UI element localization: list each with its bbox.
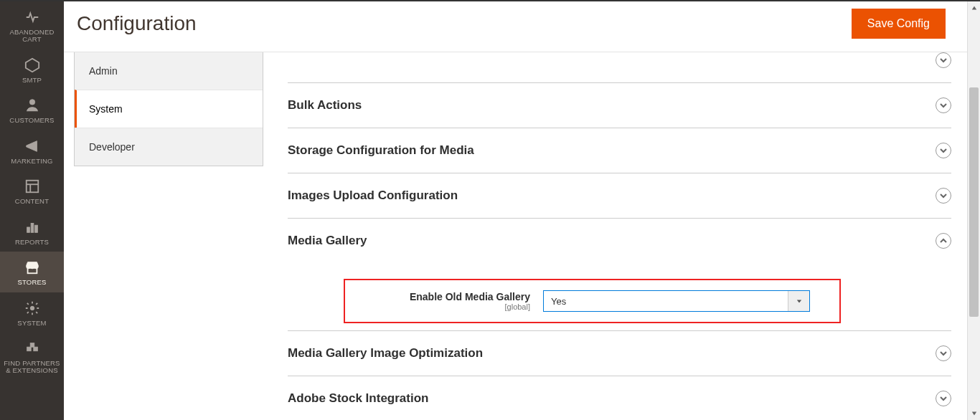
config-tabs: Admin System Developer bbox=[64, 52, 263, 420]
svg-point-1 bbox=[29, 100, 34, 105]
svg-rect-5 bbox=[27, 227, 29, 232]
sidebar-item-system[interactable]: SYSTEM bbox=[0, 292, 64, 333]
sidebar-item-content[interactable]: CONTENT bbox=[0, 171, 64, 211]
main-area: Configuration Save Config Admin System D… bbox=[64, 1, 967, 420]
sidebar-item-reports[interactable]: REPORTS bbox=[0, 211, 64, 252]
sidebar-item-marketing[interactable]: MARKETING bbox=[0, 130, 64, 171]
page-header: Configuration Save Config bbox=[64, 1, 967, 52]
scroll-up-button[interactable] bbox=[968, 1, 980, 14]
svg-rect-2 bbox=[26, 181, 38, 193]
sidebar-label: FIND PARTNERS & EXTENSIONS bbox=[3, 360, 61, 375]
sidebar-label: SYSTEM bbox=[17, 320, 46, 327]
section-media-optimization[interactable]: Media Gallery Image Optimization bbox=[288, 331, 951, 376]
sidebar-label: REPORTS bbox=[15, 239, 49, 246]
vertical-scrollbar[interactable] bbox=[967, 1, 980, 420]
section-media-gallery-body: Enable Old Media Gallery [global] Yes bbox=[288, 263, 951, 330]
section-title: Media Gallery bbox=[288, 234, 367, 248]
chevron-down-icon[interactable] bbox=[936, 52, 951, 68]
field-label: Enable Old Media Gallery bbox=[352, 291, 530, 302]
stores-icon bbox=[24, 259, 41, 276]
tab-admin[interactable]: Admin bbox=[75, 52, 263, 90]
sidebar-item-customers[interactable]: CUSTOMERS bbox=[0, 90, 64, 130]
enable-old-media-gallery-select[interactable]: Yes bbox=[543, 290, 810, 312]
chevron-down-icon bbox=[936, 391, 951, 406]
reports-icon bbox=[24, 219, 41, 236]
chevron-up-icon bbox=[936, 233, 951, 249]
sidebar-item-abandoned-cart[interactable]: ABANDONED CART bbox=[0, 1, 64, 49]
section-title: Media Gallery Image Optimization bbox=[288, 346, 483, 361]
svg-marker-14 bbox=[971, 6, 976, 10]
sidebar-label: ABANDONED CART bbox=[3, 29, 61, 44]
field-scope: [global] bbox=[352, 302, 530, 311]
sidebar-label: MARKETING bbox=[11, 158, 52, 165]
page-title: Configuration bbox=[77, 12, 197, 35]
tab-developer[interactable]: Developer bbox=[75, 128, 263, 166]
section-title: Adobe Stock Integration bbox=[288, 391, 428, 406]
smtp-icon bbox=[24, 57, 41, 74]
sidebar-item-smtp[interactable]: SMTP bbox=[0, 49, 64, 90]
marketing-icon bbox=[24, 138, 41, 155]
scrollbar-thumb[interactable] bbox=[969, 87, 979, 317]
section-storage-media[interactable]: Storage Configuration for Media bbox=[288, 128, 951, 173]
abandoned-cart-icon bbox=[24, 9, 41, 26]
svg-point-9 bbox=[30, 306, 34, 310]
scroll-down-button[interactable] bbox=[968, 407, 980, 420]
sidebar-label: CONTENT bbox=[15, 198, 49, 205]
section-title: Bulk Actions bbox=[288, 98, 362, 113]
svg-rect-10 bbox=[27, 347, 31, 351]
svg-rect-12 bbox=[30, 343, 34, 348]
chevron-down-icon bbox=[936, 143, 951, 158]
section-bulk-actions[interactable]: Bulk Actions bbox=[288, 83, 951, 128]
chevron-down-icon bbox=[936, 188, 951, 204]
config-sections: Bulk Actions Storage Configuration for M… bbox=[263, 52, 967, 420]
svg-rect-11 bbox=[33, 347, 37, 351]
section-images-upload[interactable]: Images Upload Configuration bbox=[288, 173, 951, 219]
field-label-wrap: Enable Old Media Gallery [global] bbox=[352, 291, 530, 311]
select-value: Yes bbox=[544, 296, 788, 307]
svg-marker-13 bbox=[796, 300, 801, 302]
customers-icon bbox=[24, 97, 41, 114]
admin-sidebar: ABANDONED CART SMTP CUSTOMERS MARKETING … bbox=[0, 1, 64, 420]
svg-rect-7 bbox=[34, 225, 37, 232]
svg-rect-6 bbox=[31, 223, 34, 232]
caret-down-icon bbox=[788, 291, 809, 311]
save-config-button[interactable]: Save Config bbox=[852, 9, 946, 39]
sidebar-item-stores[interactable]: STORES bbox=[0, 252, 64, 292]
section-title: Images Upload Configuration bbox=[288, 188, 458, 203]
chevron-down-icon bbox=[936, 345, 951, 361]
sidebar-label: SMTP bbox=[22, 77, 42, 84]
highlight-box: Enable Old Media Gallery [global] Yes bbox=[344, 279, 841, 323]
sidebar-label: CUSTOMERS bbox=[9, 117, 54, 124]
tab-system[interactable]: System bbox=[75, 90, 263, 128]
partners-icon bbox=[24, 340, 41, 357]
svg-marker-0 bbox=[25, 59, 38, 72]
sidebar-item-partners[interactable]: FIND PARTNERS & EXTENSIONS bbox=[0, 333, 64, 381]
system-icon bbox=[24, 300, 41, 317]
sidebar-label: STORES bbox=[17, 279, 46, 286]
content-icon bbox=[24, 178, 41, 195]
section-media-gallery[interactable]: Media Gallery bbox=[288, 219, 951, 263]
svg-marker-15 bbox=[971, 412, 976, 416]
section-title: Storage Configuration for Media bbox=[288, 143, 474, 158]
section-adobe-stock[interactable]: Adobe Stock Integration bbox=[288, 376, 951, 420]
chevron-down-icon bbox=[936, 97, 951, 113]
